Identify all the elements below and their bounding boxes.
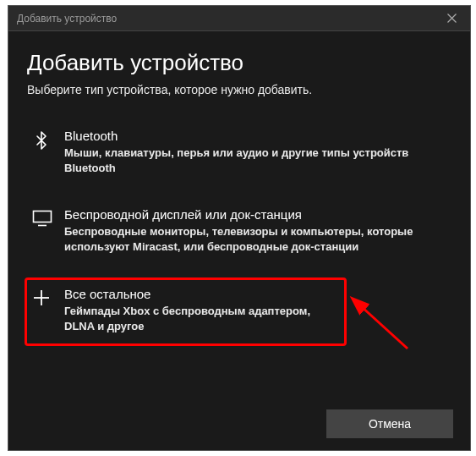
svg-rect-2: [34, 212, 52, 223]
option-other-text: Все остальное Геймпады Xbox с беспроводн…: [64, 287, 339, 333]
option-wireless-title: Беспроводной дисплей или док-станция: [64, 207, 446, 222]
add-device-dialog: Добавить устройство Добавить устройство …: [8, 5, 471, 451]
option-other-desc: Геймпады Xbox с беспроводным адаптером, …: [64, 304, 339, 333]
close-button[interactable]: [440, 9, 463, 28]
option-bluetooth[interactable]: Bluetooth Мыши, клавиатуры, перья или ау…: [27, 120, 451, 187]
dialog-body: Добавить устройство Выберите тип устройс…: [8, 31, 470, 346]
bluetooth-icon: [32, 130, 52, 151]
option-other-title: Все остальное: [64, 287, 339, 301]
monitor-icon: [32, 209, 52, 229]
close-icon: [447, 14, 457, 23]
titlebar: Добавить устройство: [8, 6, 470, 31]
option-bluetooth-title: Bluetooth: [64, 129, 446, 143]
page-subtitle: Выберите тип устройства, которое нужно д…: [27, 83, 451, 96]
option-wireless-display[interactable]: Беспроводной дисплей или док-станция Бес…: [27, 199, 451, 266]
titlebar-title: Добавить устройство: [17, 13, 117, 25]
option-wireless-text: Беспроводной дисплей или док-станция Бес…: [64, 207, 446, 254]
plus-icon: [32, 288, 52, 309]
option-everything-else[interactable]: Все остальное Геймпады Xbox с беспроводн…: [25, 277, 347, 346]
dialog-footer: Отмена: [326, 409, 453, 438]
page-title: Добавить устройство: [27, 50, 451, 76]
option-bluetooth-desc: Мыши, клавиатуры, перья или аудио и друг…: [64, 146, 446, 175]
cancel-button[interactable]: Отмена: [326, 409, 453, 438]
option-wireless-desc: Беспроводные мониторы, телевизоры и комп…: [64, 224, 446, 254]
option-bluetooth-text: Bluetooth Мыши, клавиатуры, перья или ау…: [64, 129, 446, 175]
